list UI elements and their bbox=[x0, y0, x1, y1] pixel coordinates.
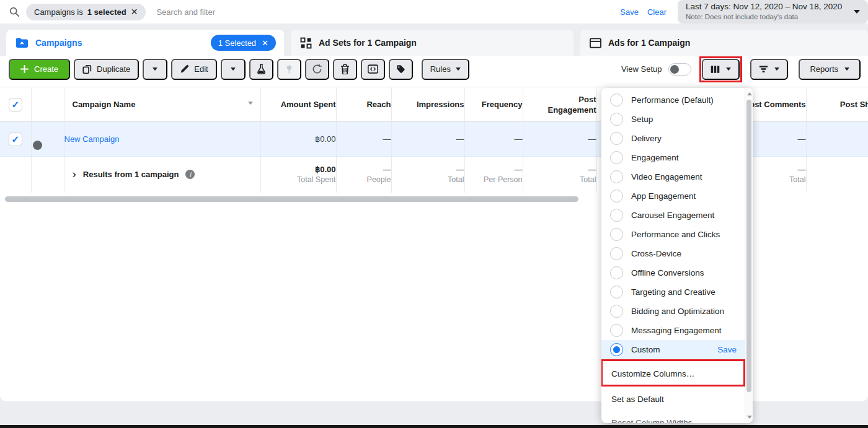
summary-amount-spent: ฿0.00Total Spent bbox=[260, 157, 336, 193]
save-custom-preset-link[interactable]: Save bbox=[717, 345, 737, 354]
caret-down-icon bbox=[456, 68, 461, 71]
export-import-button[interactable] bbox=[361, 59, 385, 80]
tab-ad-sets-label: Ad Sets for 1 Campaign bbox=[319, 38, 417, 48]
radio-icon bbox=[610, 132, 623, 145]
preset-label: Bidding and Optimization bbox=[631, 307, 724, 316]
set-as-default-item[interactable]: Set as Default bbox=[601, 387, 745, 411]
summary-post-engagement: —Total bbox=[523, 157, 596, 193]
header-post-engagement[interactable]: Post Engagement bbox=[523, 87, 596, 122]
edit-button[interactable]: Edit bbox=[171, 59, 216, 80]
preset-cross-device[interactable]: Cross-Device bbox=[601, 244, 745, 263]
preset-bidding-and-optimization[interactable]: Bidding and Optimization bbox=[601, 302, 745, 321]
cell-amount-spent: ฿0.00 bbox=[260, 122, 336, 157]
ab-test-button[interactable] bbox=[249, 59, 273, 80]
preset-offline-conversions[interactable]: Offline Conversions bbox=[601, 263, 745, 282]
preset-app-engagement[interactable]: App Engagement bbox=[601, 186, 745, 206]
filter-chip-text: Campaigns is bbox=[34, 7, 83, 17]
level-tabs: Campaigns 1 Selected ✕ Ad Sets for 1 Cam… bbox=[0, 24, 868, 56]
tab-ad-sets[interactable]: Ad Sets for 1 Campaign bbox=[291, 30, 574, 56]
customize-columns-item[interactable]: Customize Columns… bbox=[601, 360, 745, 387]
campaigns-toolbar: Create Duplicate Edit bbox=[0, 56, 868, 82]
header-frequency[interactable]: Frequency bbox=[464, 87, 523, 122]
selected-count-badge[interactable]: 1 Selected ✕ bbox=[211, 35, 276, 51]
select-all-checkbox[interactable]: ✓ bbox=[9, 98, 22, 111]
tab-ads[interactable]: Ads for 1 Campaign bbox=[580, 30, 868, 56]
date-caret-icon bbox=[854, 10, 860, 14]
summary-frequency: —Per Person bbox=[464, 157, 523, 193]
preset-delivery[interactable]: Delivery bbox=[601, 129, 745, 148]
tags-button[interactable] bbox=[389, 59, 413, 80]
header-reach[interactable]: Reach bbox=[336, 87, 391, 122]
preset-targeting-and-creative[interactable]: Targeting and Creative bbox=[601, 282, 745, 302]
window-arrows-icon bbox=[368, 64, 378, 74]
preset-label: Video Engagement bbox=[631, 172, 702, 181]
breakdown-button[interactable] bbox=[750, 59, 788, 80]
save-filter-link[interactable]: Save bbox=[620, 7, 639, 17]
preset-messaging-engagement[interactable]: Messaging Engagement bbox=[601, 321, 745, 340]
toolbar-right: View Setup Reports bbox=[621, 59, 861, 80]
caret-down-icon bbox=[231, 68, 236, 71]
cell-frequency: — bbox=[464, 122, 523, 157]
preset-label: Engagement bbox=[631, 153, 679, 162]
duplicate-button-label: Duplicate bbox=[97, 64, 130, 74]
duplicate-button[interactable]: Duplicate bbox=[74, 59, 139, 80]
scroll-down-icon[interactable] bbox=[747, 416, 752, 419]
reset-column-widths-item[interactable]: Reset Column Widths bbox=[601, 411, 745, 423]
columns-button[interactable] bbox=[702, 59, 740, 80]
pin-button bbox=[277, 59, 301, 80]
history-button[interactable] bbox=[305, 59, 329, 80]
date-range-selector[interactable]: Last 7 days: Nov 12, 2020 – Nov 18, 2020… bbox=[678, 0, 868, 24]
clear-filter-link[interactable]: Clear bbox=[647, 7, 666, 17]
preset-setup[interactable]: Setup bbox=[601, 110, 745, 129]
campaign-name-link[interactable]: New Campaign bbox=[64, 134, 120, 144]
history-refresh-icon bbox=[312, 64, 322, 74]
scroll-up-icon[interactable] bbox=[747, 92, 752, 95]
tab-campaigns[interactable]: Campaigns 1 Selected ✕ bbox=[6, 30, 284, 56]
badge-close-icon[interactable]: ✕ bbox=[262, 38, 268, 48]
radio-icon bbox=[610, 305, 623, 318]
preset-engagement[interactable]: Engagement bbox=[601, 148, 745, 167]
preset-video-engagement[interactable]: Video Engagement bbox=[601, 167, 745, 186]
preset-performance-default[interactable]: Performance (Default) bbox=[601, 90, 745, 110]
header-campaign-name[interactable]: Campaign Name bbox=[64, 87, 260, 122]
preset-custom[interactable]: Custom Save bbox=[601, 340, 745, 359]
preset-label: Performance and Clicks bbox=[631, 230, 720, 239]
radio-icon bbox=[610, 94, 623, 107]
info-icon[interactable]: i bbox=[185, 170, 195, 179]
preset-label: Delivery bbox=[631, 134, 662, 143]
columns-preset-list: Performance (Default) Setup Delivery Eng… bbox=[601, 88, 745, 423]
radio-icon bbox=[610, 170, 623, 183]
toggle-knob bbox=[670, 65, 679, 74]
date-range-label: Last 7 days: Nov 12, 2020 – Nov 18, 2020 bbox=[686, 2, 842, 12]
expand-chevron-icon[interactable]: › bbox=[73, 168, 76, 180]
dropdown-scrollbar[interactable] bbox=[745, 88, 753, 423]
create-button[interactable]: Create bbox=[9, 59, 70, 80]
toggle-column-header bbox=[31, 87, 64, 122]
edit-caret-button[interactable] bbox=[221, 59, 246, 80]
ads-window-icon bbox=[590, 38, 601, 48]
reports-button[interactable]: Reports bbox=[799, 59, 861, 80]
header-amount-spent[interactable]: Amount Spent bbox=[260, 87, 336, 122]
preset-label: Messaging Engagement bbox=[631, 326, 722, 335]
date-range-texts: Last 7 days: Nov 12, 2020 – Nov 18, 2020… bbox=[686, 2, 842, 21]
duplicate-caret-button[interactable] bbox=[143, 59, 167, 80]
radio-selected-icon bbox=[610, 343, 623, 356]
view-setup-toggle[interactable] bbox=[668, 63, 691, 76]
preset-carousel-engagement[interactable]: Carousel Engagement bbox=[601, 206, 745, 225]
horizontal-scrollbar[interactable] bbox=[5, 196, 578, 202]
preset-performance-and-clicks[interactable]: Performance and Clicks bbox=[601, 225, 745, 244]
header-post-shares[interactable]: Post Shares bbox=[806, 87, 868, 122]
filter-chip-close-icon[interactable]: ✕ bbox=[131, 7, 138, 16]
rules-button-label: Rules bbox=[430, 64, 451, 74]
row-checkbox[interactable]: ✓ bbox=[9, 133, 22, 146]
delete-button[interactable] bbox=[333, 59, 357, 80]
sort-caret-icon[interactable] bbox=[248, 102, 253, 105]
header-impressions[interactable]: Impressions bbox=[391, 87, 464, 122]
select-all-cell: ✓ bbox=[0, 87, 31, 122]
rules-button[interactable]: Rules bbox=[422, 59, 469, 80]
search-input[interactable]: Search and filter bbox=[156, 7, 215, 17]
filter-chip-campaigns-selected[interactable]: Campaigns is 1 selected ✕ bbox=[26, 4, 146, 20]
scrollbar-thumb[interactable] bbox=[746, 100, 751, 392]
campaign-name-cell: New Campaign bbox=[64, 122, 260, 157]
preset-label: Cross-Device bbox=[631, 249, 681, 258]
